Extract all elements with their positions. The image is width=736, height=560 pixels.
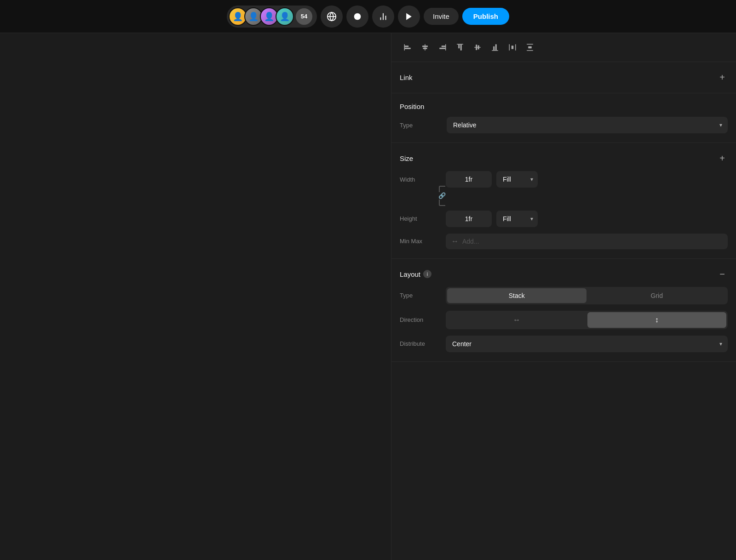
svg-point-2: [354, 13, 361, 20]
height-unit-select[interactable]: Fill Fixed Auto: [496, 211, 538, 227]
width-unit-select[interactable]: Fill Fixed Auto: [496, 171, 538, 188]
alignment-bar: [391, 33, 736, 62]
distribute-dropdown-wrapper[interactable]: Start Center End Space Between Space Aro…: [446, 336, 728, 352]
topbar: 👤 👤 👤 👤 54: [0, 0, 736, 33]
layout-section-title: Layout: [400, 270, 420, 278]
layout-type-toggle-group: Stack Grid: [446, 287, 728, 304]
link-chain-area: 🔗: [400, 186, 728, 206]
globe-icon-button[interactable]: [321, 6, 343, 28]
right-panel: Link + Position Type Relative Absolute F…: [391, 33, 736, 560]
svg-rect-15: [439, 48, 446, 49]
width-unit-dropdown[interactable]: Fill Fixed Auto: [496, 171, 538, 188]
size-section-title: Size: [400, 154, 413, 162]
link-section-title: Link: [400, 74, 413, 81]
canvas[interactable]: [0, 33, 391, 560]
chain-icon: 🔗: [438, 186, 446, 206]
minmax-row: Min Max ↔ Add...: [400, 234, 728, 249]
layout-type-label: Type: [400, 292, 441, 299]
svg-rect-24: [495, 44, 497, 51]
direction-v-icon: ↕: [655, 316, 659, 324]
svg-rect-17: [458, 44, 460, 48]
minmax-placeholder[interactable]: Add...: [462, 238, 479, 245]
height-row: Height Fill Fixed Auto: [400, 211, 728, 227]
minmax-label: Min Max: [400, 238, 441, 245]
avatar-4: 👤: [276, 7, 294, 26]
align-top-button[interactable]: [452, 40, 468, 55]
link-section-header: Link +: [400, 71, 728, 84]
svg-rect-27: [512, 46, 514, 49]
width-label: Width: [400, 176, 441, 183]
svg-rect-11: [422, 46, 428, 47]
chain-link: 🔗: [438, 192, 446, 200]
svg-marker-6: [406, 13, 412, 20]
avatar-count: 54: [296, 8, 312, 25]
height-label: Height: [400, 215, 441, 222]
height-unit-dropdown[interactable]: Fill Fixed Auto: [496, 211, 538, 227]
position-type-select[interactable]: Relative Absolute Fixed Sticky: [447, 117, 728, 133]
svg-rect-30: [528, 46, 532, 49]
position-section-title: Position: [400, 103, 424, 110]
avatar-icon-4: 👤: [276, 8, 293, 25]
distribute-label: Distribute: [400, 340, 441, 347]
direction-row: Direction ↔ ↕: [400, 311, 728, 329]
svg-rect-8: [404, 46, 408, 47]
layout-info-icon[interactable]: i: [423, 270, 431, 278]
record-icon-button[interactable]: [346, 6, 368, 28]
layout-stack-button[interactable]: Stack: [447, 288, 586, 303]
align-right-button[interactable]: [435, 40, 450, 55]
layout-type-row: Type Stack Grid: [400, 287, 728, 304]
position-section-header: Position: [400, 103, 728, 110]
avatar-icon-2: 👤: [245, 8, 262, 25]
invite-button[interactable]: Invite: [424, 8, 459, 25]
svg-rect-12: [423, 48, 427, 49]
layout-section: Layout i − Type Stack Grid Direction ↔: [391, 259, 736, 362]
avatar-group: 👤 👤 👤 👤 54: [227, 6, 317, 28]
align-center-v-button[interactable]: [470, 40, 485, 55]
link-section: Link +: [391, 62, 736, 93]
size-add-button[interactable]: +: [717, 152, 728, 165]
play-icon-button[interactable]: [398, 6, 420, 28]
analytics-icon-button[interactable]: [372, 6, 394, 28]
link-add-button[interactable]: +: [717, 71, 728, 84]
avatar-icon-1: 👤: [230, 8, 246, 25]
layout-grid-button[interactable]: Grid: [587, 288, 727, 303]
chain-bottom: [439, 200, 445, 206]
size-section: Size + Width Fill Fixed Auto: [391, 143, 736, 259]
direction-toggle-group: ↔ ↕: [446, 311, 728, 329]
layout-collapse-button[interactable]: −: [717, 268, 728, 280]
position-type-row: Type Relative Absolute Fixed Sticky: [400, 117, 728, 133]
align-center-h-button[interactable]: [417, 40, 433, 55]
minmax-input-group: ↔ Add...: [446, 234, 728, 249]
position-type-dropdown-wrapper[interactable]: Relative Absolute Fixed Sticky: [447, 117, 728, 133]
avatar-icon-3: 👤: [261, 8, 277, 25]
svg-rect-14: [442, 46, 446, 47]
chain-top: [439, 186, 445, 192]
width-input[interactable]: [446, 171, 492, 188]
svg-rect-23: [493, 46, 494, 51]
distribute-row: Distribute Start Center End Space Betwee…: [400, 336, 728, 352]
svg-rect-9: [404, 48, 411, 49]
height-input[interactable]: [446, 211, 492, 227]
direction-v-button[interactable]: ↕: [587, 312, 727, 328]
align-left-button[interactable]: [400, 40, 415, 55]
distribute-select[interactable]: Start Center End Space Between Space Aro…: [446, 336, 728, 352]
svg-rect-18: [460, 44, 462, 51]
main-area: Link + Position Type Relative Absolute F…: [0, 33, 736, 560]
align-bottom-button[interactable]: [487, 40, 503, 55]
direction-label: Direction: [400, 316, 441, 323]
svg-rect-21: [478, 46, 479, 50]
distribute-v-button[interactable]: [522, 40, 538, 55]
distribute-h-button[interactable]: [505, 40, 520, 55]
size-section-header: Size +: [400, 152, 728, 165]
topbar-center: 👤 👤 👤 👤 54: [227, 6, 509, 28]
direction-h-icon: ↔: [513, 316, 520, 324]
position-type-label: Type: [400, 122, 441, 129]
layout-title-group: Layout i: [400, 270, 431, 278]
publish-button[interactable]: Publish: [462, 8, 509, 25]
width-row: Width Fill Fixed Auto: [400, 171, 728, 188]
minmax-arrows-icon: ↔: [451, 237, 459, 246]
svg-rect-20: [476, 45, 477, 50]
layout-section-header: Layout i −: [400, 268, 728, 280]
position-section: Position Type Relative Absolute Fixed St…: [391, 93, 736, 143]
direction-h-button[interactable]: ↔: [447, 312, 586, 328]
